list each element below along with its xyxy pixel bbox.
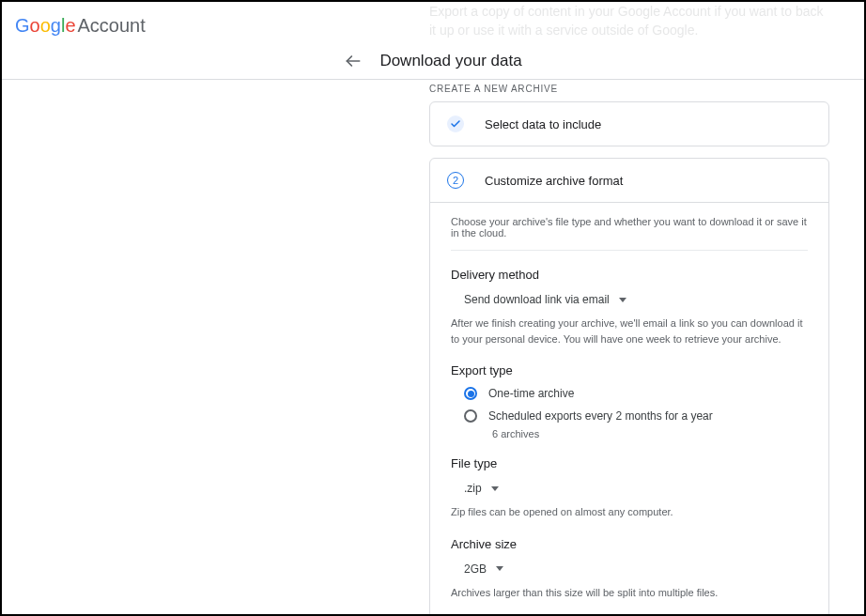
export-type-option-label: Scheduled exports every 2 months for a y… <box>488 409 713 423</box>
file-type-select[interactable]: .zip <box>451 480 499 497</box>
radio-icon <box>464 409 477 423</box>
file-type-value: .zip <box>464 482 482 495</box>
page-header: Download your data <box>2 41 864 81</box>
delivery-method-value: Send download link via email <box>464 293 610 306</box>
export-type-scheduled[interactable]: Scheduled exports every 2 months for a y… <box>451 409 808 423</box>
step-number-badge: 2 <box>447 172 464 189</box>
archive-size-label: Archive size <box>451 537 808 551</box>
archive-size-help: Archives larger than this size will be s… <box>451 585 808 601</box>
step-2-title: Customize archive format <box>485 174 623 188</box>
chevron-down-icon <box>491 486 499 491</box>
export-type-option-label: One-time archive <box>488 387 574 400</box>
chevron-down-icon <box>619 298 626 302</box>
export-type-scheduled-sub: 6 archives <box>451 428 808 439</box>
archive-size-select[interactable]: 2GB <box>451 561 503 578</box>
back-arrow-icon[interactable] <box>344 52 363 70</box>
radio-icon <box>464 387 477 400</box>
step-2-card: 2 Customize archive format Choose your a… <box>429 158 829 616</box>
file-type-label: File type <box>451 456 808 470</box>
delivery-method-select[interactable]: Send download link via email <box>451 291 626 308</box>
step-2-header[interactable]: 2 Customize archive format <box>430 159 828 202</box>
header-divider <box>2 79 864 80</box>
chevron-down-icon <box>496 566 503 571</box>
file-type-help: Zip files can be opened on almost any co… <box>451 504 808 520</box>
delivery-method-help: After we finish creating your archive, w… <box>451 316 808 346</box>
check-icon <box>447 116 464 132</box>
delivery-method-label: Delivery method <box>451 268 808 282</box>
section-caption: CREATE A NEW ARCHIVE <box>429 84 829 94</box>
main-column: CREATE A NEW ARCHIVE Select data to incl… <box>429 74 829 616</box>
export-type-label: Export type <box>451 363 808 377</box>
archive-size-value: 2GB <box>464 562 487 576</box>
google-account-logo: GoogleAccount <box>15 15 146 37</box>
step-1-title: Select data to include <box>485 117 601 131</box>
page-title: Download your data <box>379 52 521 70</box>
step-2-intro: Choose your archive's file type and whet… <box>451 216 808 251</box>
step-1-card[interactable]: Select data to include <box>429 101 829 146</box>
export-type-one-time[interactable]: One-time archive <box>451 387 808 400</box>
